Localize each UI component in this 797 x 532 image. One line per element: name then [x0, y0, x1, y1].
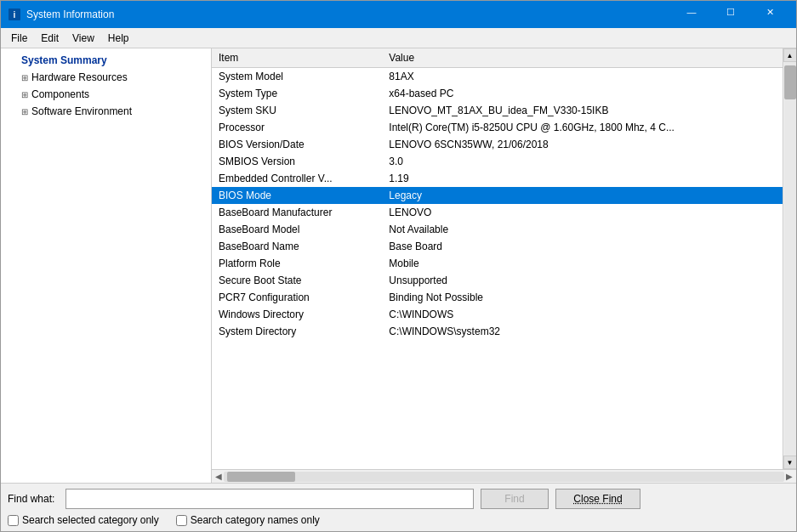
table-row[interactable]: BIOS Version/Date LENOVO 6SCN35WW, 21/06…	[212, 136, 783, 153]
maximize-button[interactable]: ☐	[711, 0, 750, 25]
cell-item: BaseBoard Model	[212, 221, 382, 238]
tree-item-system-summary[interactable]: System Summary	[1, 52, 211, 69]
minimize-button[interactable]: —	[672, 0, 711, 25]
cell-item: SMBIOS Version	[212, 153, 382, 170]
cell-value: Binding Not Possible	[382, 289, 783, 306]
expander-system-summary	[8, 54, 21, 67]
cell-item: Windows Directory	[212, 306, 382, 323]
cell-value: 1.19	[382, 170, 783, 187]
table-row[interactable]: System Directory C:\WINDOWS\system32	[212, 323, 783, 340]
cell-item: Embedded Controller V...	[212, 170, 382, 187]
h-scroll-thumb[interactable]	[227, 472, 295, 482]
table-row[interactable]: BaseBoard Model Not Available	[212, 221, 783, 238]
table-row[interactable]: BaseBoard Manufacturer LENOVO	[212, 204, 783, 221]
cell-item: System Type	[212, 85, 382, 102]
window-controls: — ☐ ✕	[672, 3, 789, 25]
tree-item-software-environment[interactable]: ⊞ Software Environment	[1, 103, 211, 120]
cell-value: 3.0	[382, 153, 783, 170]
tree-label-system-summary: System Summary	[21, 54, 204, 66]
h-scroll-track[interactable]	[224, 472, 784, 482]
checkbox-category-names-label[interactable]: Search category names only	[176, 514, 320, 526]
content-area: System Summary ⊞ Hardware Resources ⊞ Co…	[1, 48, 796, 483]
vertical-scrollbar[interactable]: ▲ ▼	[783, 48, 796, 469]
cell-item-selected: BIOS Mode	[212, 187, 382, 204]
cell-item: Processor	[212, 119, 382, 136]
app-icon: i	[8, 8, 21, 21]
table-row[interactable]: BaseBoard Name Base Board	[212, 238, 783, 255]
checkbox-selected-category-text: Search selected category only	[22, 514, 159, 526]
cell-value: Base Board	[382, 238, 783, 255]
find-bar: Find what: Find Close Find Search select…	[1, 483, 796, 531]
cell-item: Secure Boot State	[212, 272, 382, 289]
table-row[interactable]: Embedded Controller V... 1.19	[212, 170, 783, 187]
scroll-right-button[interactable]: ▶	[784, 472, 794, 481]
table-row[interactable]: System Type x64-based PC	[212, 85, 783, 102]
cell-value: C:\WINDOWS\system32	[382, 323, 783, 340]
horizontal-scrollbar[interactable]: ◀ ▶	[212, 469, 796, 483]
cell-item: BaseBoard Manufacturer	[212, 204, 382, 221]
menu-edit[interactable]: Edit	[34, 31, 65, 46]
details-panel: Item Value System Model 81AX System Type	[212, 48, 796, 483]
find-label: Find what:	[8, 493, 59, 505]
cell-value: Intel(R) Core(TM) i5-8250U CPU @ 1.60GHz…	[382, 119, 783, 136]
table-row[interactable]: Windows Directory C:\WINDOWS	[212, 306, 783, 323]
main-window: i System Information — ☐ ✕ File Edit Vie…	[0, 0, 797, 532]
scroll-track[interactable]	[784, 62, 796, 456]
close-button[interactable]: ✕	[750, 0, 789, 25]
table-row[interactable]: Processor Intel(R) Core(TM) i5-8250U CPU…	[212, 119, 783, 136]
close-find-button[interactable]: Close Find	[555, 489, 640, 509]
scroll-thumb[interactable]	[784, 65, 796, 99]
menu-file[interactable]: File	[4, 31, 34, 46]
cell-item: System SKU	[212, 102, 382, 119]
svg-text:i: i	[14, 10, 16, 20]
tree-label-hardware-resources: Hardware Resources	[31, 71, 204, 83]
scroll-up-button[interactable]: ▲	[783, 48, 797, 62]
find-button[interactable]: Find	[481, 489, 549, 509]
details-scroll-area: Item Value System Model 81AX System Type	[212, 48, 796, 469]
cell-item: System Directory	[212, 323, 382, 340]
cell-value: Not Available	[382, 221, 783, 238]
find-input[interactable]	[65, 489, 474, 509]
tree-label-software-environment: Software Environment	[31, 105, 204, 117]
find-checkboxes-row: Search selected category only Search cat…	[8, 514, 789, 526]
expander-hardware-resources: ⊞	[18, 71, 31, 84]
table-row[interactable]: Secure Boot State Unsupported	[212, 272, 783, 289]
table-row[interactable]: Platform Role Mobile	[212, 255, 783, 272]
cell-value: 81AX	[382, 68, 783, 86]
tree-panel: System Summary ⊞ Hardware Resources ⊞ Co…	[1, 48, 212, 483]
window-title: System Information	[26, 8, 672, 20]
cell-value: Unsupported	[382, 272, 783, 289]
tree-item-components[interactable]: ⊞ Components	[1, 86, 211, 103]
cell-value-selected: Legacy	[382, 187, 783, 204]
cell-item: Platform Role	[212, 255, 382, 272]
menu-bar: File Edit View Help	[1, 28, 796, 48]
cell-value: C:\WINDOWS	[382, 306, 783, 323]
menu-help[interactable]: Help	[101, 31, 136, 46]
cell-value: LENOVO	[382, 204, 783, 221]
cell-value: x64-based PC	[382, 85, 783, 102]
find-input-row: Find what: Find Close Find	[8, 489, 789, 509]
menu-view[interactable]: View	[65, 31, 101, 46]
col-header-value: Value	[382, 48, 783, 68]
scroll-left-button[interactable]: ◀	[213, 472, 224, 481]
expander-software-environment: ⊞	[18, 105, 31, 118]
table-row[interactable]: SMBIOS Version 3.0	[212, 153, 783, 170]
checkbox-category-names-text: Search category names only	[191, 514, 320, 526]
table-row[interactable]: System SKU LENOVO_MT_81AX_BU_idea_FM_V33…	[212, 102, 783, 119]
table-row[interactable]: PCR7 Configuration Binding Not Possible	[212, 289, 783, 306]
cell-value: Mobile	[382, 255, 783, 272]
checkbox-category-names[interactable]	[176, 515, 187, 526]
tree-item-hardware-resources[interactable]: ⊞ Hardware Resources	[1, 69, 211, 86]
checkbox-selected-category[interactable]	[8, 515, 19, 526]
cell-item: System Model	[212, 68, 382, 86]
table-row-selected[interactable]: BIOS Mode Legacy	[212, 187, 783, 204]
col-header-item: Item	[212, 48, 382, 68]
title-bar: i System Information — ☐ ✕	[1, 1, 796, 28]
details-table-container[interactable]: Item Value System Model 81AX System Type	[212, 48, 783, 469]
table-row[interactable]: System Model 81AX	[212, 68, 783, 86]
cell-item: BIOS Version/Date	[212, 136, 382, 153]
cell-value: LENOVO_MT_81AX_BU_idea_FM_V330-15IKB	[382, 102, 783, 119]
checkbox-selected-category-label[interactable]: Search selected category only	[8, 514, 159, 526]
scroll-down-button[interactable]: ▼	[783, 456, 797, 469]
cell-value: LENOVO 6SCN35WW, 21/06/2018	[382, 136, 783, 153]
